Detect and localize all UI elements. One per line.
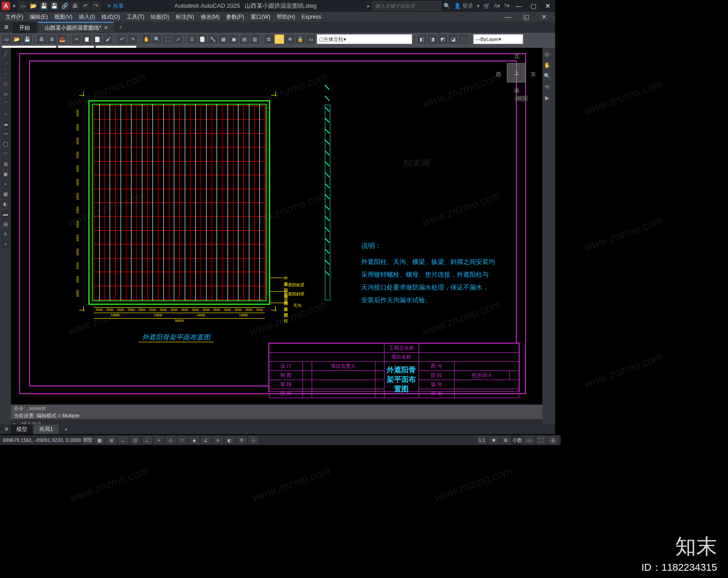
orbit-icon[interactable]: ⟲ (542, 82, 551, 91)
sb-units[interactable]: 小数 (512, 437, 522, 444)
help-icon[interactable]: ?▾ (504, 3, 510, 9)
layout-model[interactable]: 模型 (11, 425, 33, 434)
rb-zoomext-icon[interactable]: ⤢ (173, 35, 182, 44)
sb-scale-icon[interactable]: 1:1 (477, 436, 487, 444)
menu-modify[interactable]: 修改(M) (198, 12, 222, 22)
rb-tool-icon[interactable]: 🔧 (208, 35, 217, 44)
addsel-icon[interactable]: ＋ (1, 239, 10, 248)
open-icon[interactable]: 📂 (29, 1, 38, 10)
sb-3dosnap-icon[interactable]: ◈ (189, 436, 199, 444)
menu-insert[interactable]: 插入(I) (76, 12, 97, 22)
sb-qp-icon[interactable]: ▭ (524, 436, 534, 444)
cart-icon[interactable]: 🛒 (483, 3, 490, 9)
sb-trans-icon[interactable]: ◐ (225, 436, 235, 444)
new-icon[interactable]: ▭ (18, 1, 27, 10)
doc-minimize-button[interactable]: — (500, 11, 516, 22)
rb-layerfrz-icon[interactable]: ◨ (428, 35, 437, 44)
rb-paste-icon[interactable]: 📄 (93, 35, 102, 44)
menu-help[interactable]: 帮助(H) (274, 12, 298, 22)
rb-layeriso-icon[interactable]: ◧ (417, 35, 426, 44)
layer-combo[interactable]: ▢ 主体立柱 ▾ (317, 34, 412, 44)
sb-polar-icon[interactable]: ✧ (154, 436, 164, 444)
layout-add-button[interactable]: ＋ (60, 426, 72, 433)
sb-snap-icon[interactable]: ⊞ (106, 436, 116, 444)
sb-model-button[interactable]: 模型 (83, 436, 93, 444)
wheel-icon[interactable]: ◎ (542, 50, 551, 59)
rb-layeroff-icon[interactable]: ◩ (438, 35, 447, 44)
ellipsearc-icon[interactable]: ◠ (1, 149, 10, 158)
sb-otrack-icon[interactable]: ∠ (201, 436, 211, 444)
login-button[interactable]: 👤 登录 (454, 2, 473, 10)
rb-layer-mgr-icon[interactable]: ⧉ (264, 35, 273, 44)
rb-xref-icon[interactable]: ▥ (250, 35, 259, 44)
close-button[interactable]: ✕ (542, 1, 553, 10)
title-caret-icon[interactable]: ▸ (367, 3, 370, 9)
ext-icon[interactable]: ▾ (477, 3, 480, 9)
revcloud-icon[interactable]: ☁ (1, 119, 10, 128)
rb-layeron-icon[interactable]: ◪ (449, 35, 458, 44)
rb-zoom-icon[interactable]: 🔍 (152, 35, 162, 44)
rb-zoomwin-icon[interactable]: ⛶ (163, 35, 172, 44)
mtext-icon[interactable]: A (1, 229, 10, 238)
menu-view[interactable]: 视图(V) (51, 12, 75, 22)
linetype-combo[interactable]: — ByLayer ▾ (473, 34, 523, 44)
viewcube-east[interactable]: 东 (531, 71, 536, 78)
viewcube-north[interactable]: 北 (514, 52, 520, 60)
sb-infer-icon[interactable]: ∟ (118, 436, 128, 444)
xline-icon[interactable]: ⟋ (1, 59, 10, 68)
rb-undo2-icon[interactable]: ↶ (117, 35, 126, 44)
menu-window[interactable]: 窗口(W) (248, 12, 273, 22)
rb-pan-icon[interactable]: ✋ (142, 35, 151, 44)
menu-params[interactable]: 参数(P) (223, 12, 247, 22)
rb-print-icon[interactable]: 🖶 (37, 35, 46, 44)
help-search-input[interactable]: 键入关键字或短语 (373, 1, 441, 10)
rb-match-icon[interactable]: 🖌 (103, 35, 112, 44)
rb-new-icon[interactable]: ▭ (2, 35, 11, 44)
zoom-tool-icon[interactable]: 🔍 (542, 71, 551, 81)
line-icon[interactable]: ╱ (1, 49, 10, 58)
tab-active-document[interactable]: 山西某小圆拱温室图纸* × (38, 22, 114, 33)
pan-tool-icon[interactable]: ✋ (542, 61, 551, 70)
ellipse-icon[interactable]: ◯ (1, 139, 10, 148)
region-icon[interactable]: ▬ (1, 209, 10, 218)
coordinates[interactable]: 689678.1561, -89091.9233, 0.0000 (3, 437, 81, 443)
rb-cut-icon[interactable]: ✂ (72, 35, 81, 44)
arc-icon[interactable]: ⌒ (1, 99, 10, 108)
spline-icon[interactable]: 〜 (1, 129, 10, 138)
polygon-icon[interactable]: ⬠ (1, 79, 10, 88)
rectangle-icon[interactable]: ▭ (1, 89, 10, 98)
viewcube-south[interactable]: 南 (514, 87, 520, 95)
gradient-icon[interactable]: ◐ (1, 199, 10, 208)
circle-icon[interactable]: ○ (1, 109, 10, 118)
block-icon[interactable]: ▣ (1, 169, 10, 178)
rb-copy-icon[interactable]: 📋 (82, 35, 91, 44)
sb-iso-icon[interactable]: ◇ (166, 436, 176, 444)
rb-freeze-icon[interactable]: ❄ (285, 35, 294, 44)
rb-preview-icon[interactable]: 🗎 (47, 35, 56, 44)
hatch-icon[interactable]: ▦ (1, 189, 10, 198)
minimize-button[interactable]: — (513, 1, 524, 10)
doc-restore-button[interactable]: ◱ (518, 11, 534, 22)
layout-1[interactable]: 布局1 (34, 425, 59, 434)
doctab-menu-icon[interactable]: ≡ (2, 23, 11, 31)
sb-grid-icon[interactable]: ▦ (95, 436, 105, 444)
rb-sun-icon[interactable]: ☀ (275, 35, 284, 44)
rb-redo2-icon[interactable]: ↷ (128, 35, 137, 44)
rb-block-icon[interactable]: ▣ (229, 35, 238, 44)
menu-draw[interactable]: 绘图(D) (148, 12, 172, 22)
qat-dropdown-icon[interactable]: ▾ (13, 3, 15, 9)
weblink-icon[interactable]: 🔗 (60, 1, 69, 10)
app-icon[interactable]: A (2, 2, 10, 10)
showmotion-icon[interactable]: ▶ (542, 93, 551, 102)
sb-cycle-icon[interactable]: ⟳ (237, 436, 247, 444)
pline-icon[interactable]: ⟍ (1, 69, 10, 78)
redo-icon[interactable]: ↷ (91, 1, 101, 10)
menu-format[interactable]: 格式(O) (99, 12, 123, 22)
rb-aec-icon[interactable]: ▤ (240, 35, 249, 44)
sb-lwt-icon[interactable]: ≡ (213, 436, 223, 444)
doc-close-button[interactable]: ✕ (536, 11, 552, 22)
tab-add-button[interactable]: ＋ (114, 23, 127, 31)
sb-ucs-icon[interactable]: ⊹ (248, 436, 258, 444)
sb-osnap-icon[interactable]: □ (177, 436, 187, 444)
app-menu-icon[interactable]: A▾ (494, 3, 500, 9)
